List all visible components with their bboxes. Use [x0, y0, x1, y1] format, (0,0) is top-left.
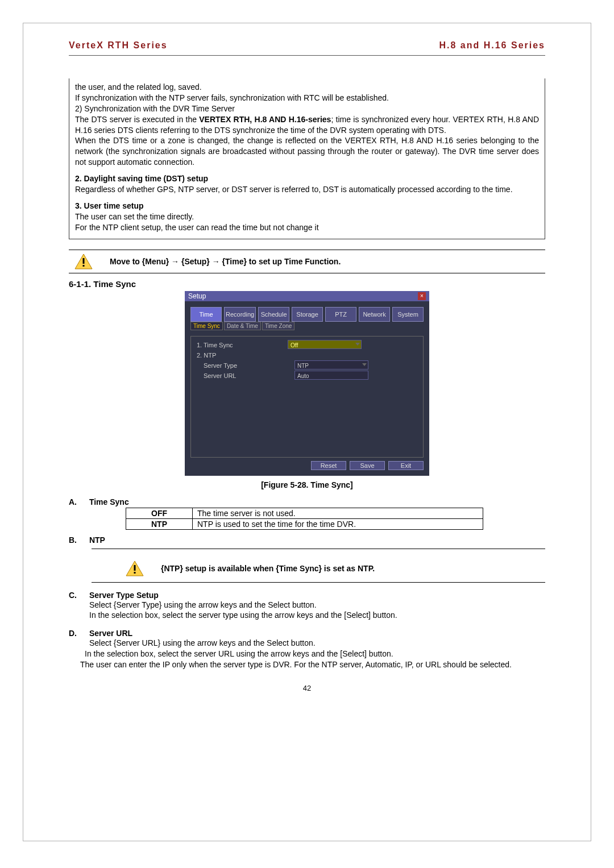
row-timesync: 1. Time Sync Off: [194, 340, 420, 350]
body-text: The user can enter the IP only when the …: [80, 659, 545, 670]
box-line: the user, and the related log, saved.: [75, 82, 539, 93]
tab-storage[interactable]: Storage: [292, 307, 323, 322]
exit-button[interactable]: Exit: [388, 461, 424, 470]
label: 1. Time Sync: [194, 340, 288, 350]
cell-val: The time server is not used.: [193, 508, 483, 518]
letter: D.: [69, 629, 87, 638]
dialog-body: Time Recording Schedule Storage PTZ Netw…: [185, 301, 429, 476]
bold-text: VERTEX RTH, H.8 AND H.16-series: [199, 115, 331, 124]
timesync-table: OFF The time server is not used. NTP NTP…: [126, 508, 483, 530]
callout-text: Move to {Menu} → {Setup} → {Time} to set…: [110, 257, 341, 266]
header-left: VerteX RTH Series: [69, 40, 168, 51]
heading-text: Server Type Setup: [89, 591, 159, 600]
screenshot-setup-dialog: Setup × Time Recording Schedule Storage …: [185, 291, 429, 476]
figure-caption: [Figure 5-28. Time Sync]: [69, 480, 545, 489]
row-servertype: Server Type NTP: [194, 360, 420, 371]
tab-recording[interactable]: Recording: [224, 307, 256, 322]
body-text: Select {Server Type} using the arrow key…: [89, 600, 545, 610]
save-button[interactable]: Save: [350, 461, 385, 470]
box-line: If synchronization with the NTP server f…: [75, 93, 539, 103]
svg-rect-1: [83, 258, 85, 264]
cell-val: NTP is used to set the time for the time…: [193, 518, 483, 529]
svg-rect-4: [134, 565, 136, 571]
field-servertype[interactable]: NTP: [294, 360, 368, 369]
heading-text: Time Sync: [89, 497, 129, 506]
box-line: Regardless of whether GPS, NTP server, o…: [75, 184, 539, 195]
subtab-timesync[interactable]: Time Sync: [190, 322, 223, 330]
letter: A.: [69, 497, 87, 506]
sub-heading-d: D. Server URL: [69, 629, 545, 638]
page-header: VerteX RTH Series H.8 and H.16 Series: [69, 40, 545, 56]
settings-panel: 1. Time Sync Off 2. NTP Server Type NTP …: [190, 336, 424, 458]
dialog-buttons: Reset Save Exit: [190, 461, 424, 470]
table-row: NTP NTP is used to set the time for the …: [126, 518, 483, 529]
page-number: 42: [69, 684, 545, 692]
box-line: When the DTS time or a zone is changed, …: [75, 135, 539, 168]
close-icon[interactable]: ×: [418, 292, 426, 300]
label: Server URL: [194, 371, 294, 381]
warning-icon: [126, 560, 144, 576]
svg-rect-5: [134, 572, 136, 574]
tab-schedule[interactable]: Schedule: [258, 307, 289, 322]
tab-ptz[interactable]: PTZ: [325, 307, 356, 322]
box-line: The user can set the time directly.: [75, 211, 539, 222]
reset-button[interactable]: Reset: [311, 461, 346, 470]
callout-warning: Move to {Menu} → {Setup} → {Time} to set…: [69, 250, 545, 273]
label: 2. NTP: [194, 350, 288, 360]
tab-network[interactable]: Network: [359, 307, 390, 322]
field-serverurl[interactable]: Auto: [294, 371, 368, 380]
row-serverurl: Server URL Auto: [194, 371, 420, 381]
continued-text-box: the user, and the related log, saved. If…: [69, 78, 545, 239]
svg-rect-2: [83, 265, 85, 267]
subtab-timezone[interactable]: Time Zone: [262, 322, 294, 330]
box-line: The DTS server is executed in the VERTEX…: [75, 114, 539, 136]
table-row: OFF The time server is not used.: [126, 508, 483, 518]
body-text: Select {Server URL} using the arrow keys…: [89, 638, 545, 649]
tab-system[interactable]: System: [392, 307, 424, 322]
header-right: H.8 and H.16 Series: [439, 40, 545, 51]
warning-icon: [74, 254, 93, 269]
letter: C.: [69, 591, 87, 600]
section-heading: 6-1-1. Time Sync: [69, 279, 545, 289]
sub-heading-b: B. NTP: [69, 535, 545, 545]
divider: [92, 549, 545, 549]
cell-key: OFF: [126, 508, 193, 518]
page: VerteX RTH Series H.8 and H.16 Series th…: [0, 0, 614, 868]
divider: [92, 582, 545, 583]
callout-warning: {NTP} setup is available when {Time Sync…: [120, 559, 545, 578]
body-text: In the selection box, select the server …: [85, 649, 545, 659]
row-ntp: 2. NTP: [194, 350, 420, 360]
field-timesync[interactable]: Off: [288, 340, 362, 349]
letter: B.: [69, 535, 87, 545]
sub-tabs: Time Sync Date & Time Time Zone: [190, 322, 424, 330]
box-heading: 3. User time setup: [75, 201, 539, 211]
heading-text: NTP: [89, 535, 105, 545]
text: The DTS server is executed in the: [75, 115, 199, 124]
label: Server Type: [194, 360, 294, 371]
callout-text: {NTP} setup is available when {Time Sync…: [161, 564, 375, 573]
dialog-title: Setup: [188, 292, 206, 300]
sub-heading-c: C. Server Type Setup: [69, 591, 545, 600]
dialog-titlebar: Setup ×: [185, 291, 429, 301]
heading-text: Server URL: [89, 629, 132, 638]
box-line: 2) Synchronization with the DVR Time Ser…: [75, 103, 539, 114]
tab-time[interactable]: Time: [190, 307, 222, 322]
box-heading: 2. Daylight saving time (DST) setup: [75, 173, 539, 184]
page-frame: VerteX RTH Series H.8 and H.16 Series th…: [23, 23, 591, 841]
box-line: For the NTP client setup, the user can r…: [75, 222, 539, 233]
main-tabs: Time Recording Schedule Storage PTZ Netw…: [190, 307, 424, 322]
subtab-datetime[interactable]: Date & Time: [224, 322, 261, 330]
cell-key: NTP: [126, 518, 193, 529]
body-text: In the selection box, select the server …: [89, 610, 545, 621]
sub-heading-a: A. Time Sync: [69, 497, 545, 506]
